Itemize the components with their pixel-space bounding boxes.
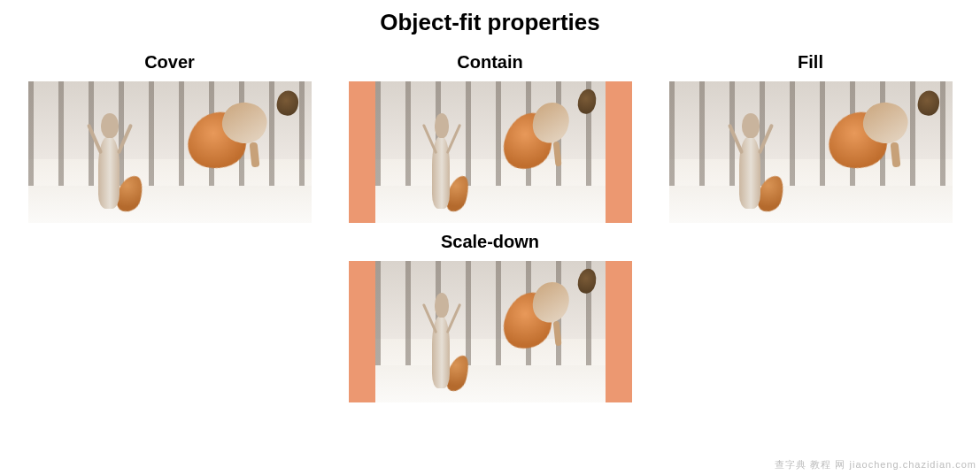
example-contain: Contain — [349, 52, 632, 223]
example-cover: Cover — [28, 52, 312, 223]
example-scale-down-image — [349, 261, 632, 402]
example-fill-label: Fill — [798, 52, 823, 73]
examples-row-2: Scale-down — [0, 232, 980, 402]
example-scale-down-label: Scale-down — [441, 232, 539, 252]
page-title: Object-fit properties — [0, 9, 980, 36]
example-contain-image — [349, 81, 632, 223]
example-fill-image — [669, 81, 953, 223]
watermark-text: 查字典 教程 网 jiaocheng.chazidian.com — [775, 458, 976, 471]
example-cover-label: Cover — [144, 52, 195, 73]
examples-row-1: Cover Contain — [0, 52, 980, 223]
example-scale-down: Scale-down — [349, 232, 632, 402]
example-fill: Fill — [669, 52, 953, 223]
example-cover-image — [28, 81, 312, 223]
example-contain-label: Contain — [457, 52, 522, 73]
